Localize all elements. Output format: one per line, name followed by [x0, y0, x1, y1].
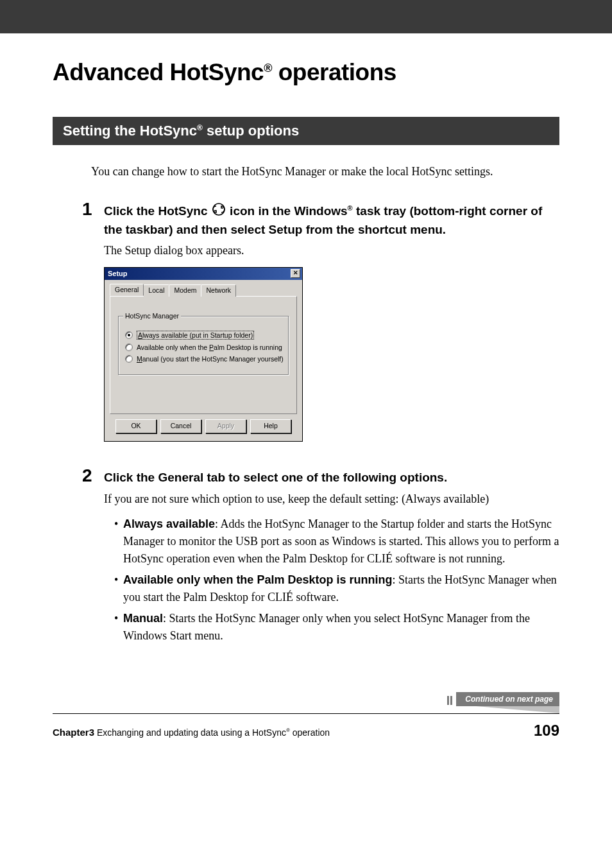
continued-label: Continued on next page	[456, 692, 559, 706]
tab-local[interactable]: Local	[143, 284, 169, 297]
apply-button: Apply	[205, 419, 246, 433]
list-item: • Manual: Starts the HotSync Manager onl…	[114, 610, 559, 645]
bullet-icon: •	[114, 571, 123, 606]
svg-point-0	[213, 204, 225, 215]
dialog-button-row: OK Cancel Apply Help	[110, 414, 297, 435]
tab-panel: HotSync Manager Always available (put in…	[110, 296, 297, 414]
dialog-tabs: General Local Modem Network	[110, 284, 297, 296]
continued-arrow-icon	[476, 706, 559, 713]
registered-mark: ®	[197, 123, 203, 132]
section-heading: Setting the HotSync® setup options	[53, 117, 559, 145]
registered-mark: ®	[348, 204, 353, 212]
radio-icon	[125, 343, 133, 351]
radio-label: Available only when the Palm Desktop is …	[137, 343, 282, 351]
tab-general[interactable]: General	[110, 284, 144, 296]
tab-network[interactable]: Network	[201, 284, 236, 297]
step-2: 2 Click the General tab to select one of…	[82, 466, 559, 648]
list-item: • Available only when the Palm Desktop i…	[114, 571, 559, 606]
step-instruction: Click the General tab to select one of t…	[104, 469, 559, 487]
radio-icon	[125, 355, 133, 363]
step-number: 2	[82, 466, 104, 648]
bullet-body: Always available: Adds the HotSync Manag…	[123, 516, 559, 568]
top-bar	[0, 0, 612, 33]
registered-mark: ®	[264, 62, 272, 74]
page-footer: Chapter3 Exchanging and updating data us…	[53, 713, 559, 740]
radio-icon	[125, 331, 133, 339]
help-button[interactable]: Help	[250, 419, 291, 433]
step-number: 1	[82, 200, 104, 451]
step-result: The Setup dialog box appears.	[104, 242, 559, 259]
title-prefix: Advanced HotSync	[53, 59, 264, 85]
bullet-body: Available only when the Palm Desktop is …	[123, 571, 559, 606]
inst-text: icon in the Windows	[230, 204, 348, 218]
bullet-icon: •	[114, 516, 123, 568]
page-title: Advanced HotSync® operations	[53, 59, 559, 86]
bullet-list: • Always available: Adds the HotSync Man…	[114, 516, 559, 645]
radio-palm-desktop-running[interactable]: Available only when the Palm Desktop is …	[125, 343, 282, 351]
bullet-icon: •	[114, 610, 123, 645]
cancel-button[interactable]: Cancel	[160, 419, 201, 433]
tab-modem[interactable]: Modem	[169, 284, 201, 297]
intro-paragraph: You can change how to start the HotSync …	[91, 163, 559, 180]
dialog-titlebar: Setup ✕	[105, 268, 302, 280]
step-instruction: Click the HotSync icon in the Windows® t…	[104, 202, 559, 238]
radio-always-available[interactable]: Always available (put in Startup folder)	[125, 331, 282, 340]
list-item: • Always available: Adds the HotSync Man…	[114, 516, 559, 568]
footer-chapter: Chapter3 Exchanging and updating data us…	[53, 727, 330, 738]
step-result: If you are not sure which option to use,…	[104, 490, 559, 508]
page-number: 109	[534, 722, 559, 740]
ok-button[interactable]: OK	[115, 419, 157, 433]
section-suffix: setup options	[203, 123, 299, 139]
radio-manual[interactable]: Manual (you start the HotSync Manager yo…	[125, 355, 282, 363]
group-title: HotSync Manager	[123, 312, 181, 320]
inst-text: Click the HotSync	[104, 204, 211, 218]
radio-label: Always available (put in Startup folder)	[137, 331, 254, 340]
setup-dialog: Setup ✕ General Local Modem Network HotS…	[104, 267, 303, 442]
hotsync-manager-group: HotSync Manager Always available (put in…	[118, 316, 289, 375]
radio-label: Manual (you start the HotSync Manager yo…	[137, 355, 284, 363]
step-body: Click the HotSync icon in the Windows® t…	[104, 200, 559, 451]
section-prefix: Setting the HotSync	[63, 123, 197, 139]
hotsync-icon	[212, 203, 225, 221]
close-icon[interactable]: ✕	[291, 269, 300, 278]
title-suffix: operations	[272, 59, 396, 85]
continued-bars-icon	[447, 693, 454, 705]
step-1: 1 Click the HotSync icon in the Windows®…	[82, 200, 559, 451]
bullet-body: Manual: Starts the HotSync Manager only …	[123, 610, 559, 645]
continued-indicator: Continued on next page	[447, 692, 559, 713]
dialog-body: General Local Modem Network HotSync Mana…	[105, 280, 302, 441]
dialog-title: Setup	[108, 270, 128, 277]
step-body: Click the General tab to select one of t…	[104, 466, 559, 648]
page-content: Advanced HotSync® operations Setting the…	[0, 33, 612, 765]
